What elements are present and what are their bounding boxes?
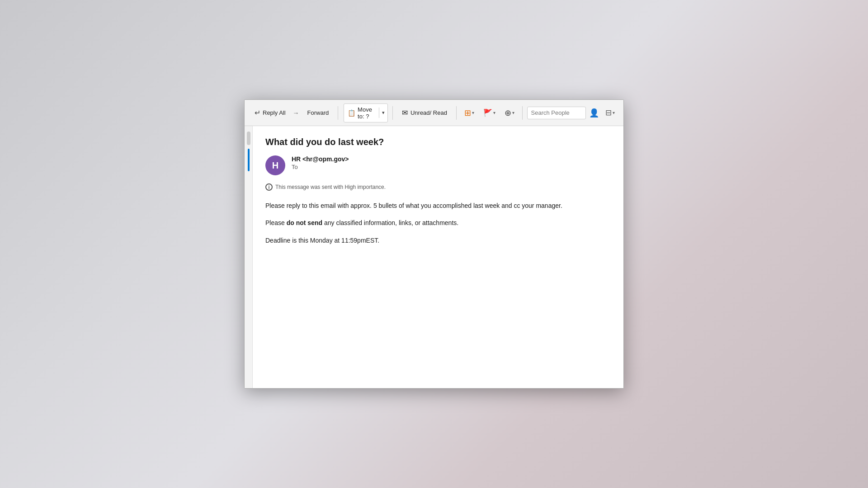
importance-text: This message was sent with High importan… bbox=[275, 184, 386, 190]
sender-name: HR <hr@opm.gov> bbox=[292, 155, 349, 163]
flag-button[interactable]: 🚩 ▾ bbox=[480, 106, 499, 119]
toolbar: ↵ Reply All → Forward 📋 Move to: ? ▾ ✉ U… bbox=[245, 100, 623, 126]
separator-1 bbox=[338, 106, 338, 120]
unread-read-button[interactable]: ✉ Unread/ Read bbox=[397, 106, 452, 120]
search-people-input[interactable] bbox=[527, 107, 586, 119]
para2-post: any classified information, links, or at… bbox=[322, 219, 458, 226]
email-paragraph-3: Deadline is this Monday at 11:59pmEST. bbox=[265, 235, 611, 245]
categories-caret-icon: ▾ bbox=[472, 110, 474, 115]
left-gutter bbox=[245, 126, 253, 388]
reply-all-icon: ↵ bbox=[255, 108, 260, 117]
categories-button[interactable]: ⊞ ▾ bbox=[461, 106, 477, 120]
scroll-indicator[interactable] bbox=[247, 131, 250, 145]
more-options-button[interactable]: ⊕ ▾ bbox=[501, 106, 518, 120]
icon-group-flag: 🚩 ▾ bbox=[480, 106, 499, 119]
icon-group-categories: ⊞ ▾ bbox=[461, 106, 477, 120]
email-subject: What did you do last week? bbox=[265, 137, 611, 147]
move-to-icon: 📋 bbox=[348, 109, 355, 117]
importance-notice: i This message was sent with High import… bbox=[265, 182, 611, 192]
more-options-icon: ⊕ bbox=[505, 108, 511, 118]
separator-3 bbox=[456, 106, 457, 120]
filter-icon: ⊟ bbox=[605, 108, 612, 117]
icon-group-more: ⊕ ▾ bbox=[501, 106, 518, 120]
sender-info: HR <hr@opm.gov> To bbox=[292, 155, 349, 170]
email-body: What did you do last week? H HR <hr@opm.… bbox=[253, 126, 623, 388]
reply-all-button[interactable]: ↵ Reply All bbox=[250, 106, 290, 120]
categories-icon: ⊞ bbox=[464, 108, 471, 118]
move-to-label: 📋 Move to: ? bbox=[344, 104, 379, 122]
email-paragraph-1: Please reply to this email with approx. … bbox=[265, 201, 611, 211]
email-content: What did you do last week? H HR <hr@opm.… bbox=[245, 126, 623, 388]
separator-4 bbox=[522, 106, 523, 120]
email-paragraph-2: Please do not send any classified inform… bbox=[265, 218, 611, 228]
sender-to: To bbox=[292, 164, 349, 170]
importance-icon: i bbox=[265, 183, 273, 191]
para2-pre: Please bbox=[265, 219, 287, 226]
filter-caret-icon: ▾ bbox=[613, 110, 615, 115]
flag-icon: 🚩 bbox=[483, 108, 492, 117]
profile-button[interactable]: 👤 bbox=[589, 106, 599, 120]
unread-bar bbox=[248, 149, 250, 171]
sender-row: H HR <hr@opm.gov> To bbox=[265, 155, 611, 175]
outlook-window: ↵ Reply All → Forward 📋 Move to: ? ▾ ✉ U… bbox=[244, 99, 624, 389]
avatar: H bbox=[265, 155, 285, 175]
profile-icon: 👤 bbox=[589, 108, 599, 118]
move-to-dropdown[interactable]: 📋 Move to: ? ▾ bbox=[344, 103, 388, 122]
separator-2 bbox=[392, 106, 393, 120]
filter-button[interactable]: ⊟ ▾ bbox=[602, 106, 618, 120]
flag-caret-icon: ▾ bbox=[493, 110, 495, 115]
para2-bold: do not send bbox=[287, 219, 322, 226]
unread-icon: ✉ bbox=[402, 108, 408, 117]
more-caret-icon: ▾ bbox=[512, 110, 514, 115]
forward-arrow-icon: → bbox=[293, 109, 299, 117]
move-to-caret-icon[interactable]: ▾ bbox=[379, 108, 387, 118]
forward-button[interactable]: Forward bbox=[303, 107, 334, 119]
